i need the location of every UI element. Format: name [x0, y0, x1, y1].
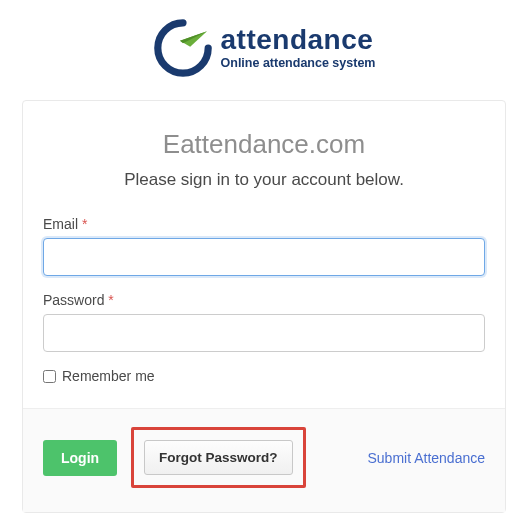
password-label: Password *	[43, 292, 485, 308]
logo-title: attendance	[221, 26, 376, 54]
card-footer: Login Forgot Password? Submit Attendance	[23, 408, 505, 512]
submit-attendance-link[interactable]: Submit Attendance	[367, 450, 485, 466]
email-label-text: Email	[43, 216, 78, 232]
email-field[interactable]	[43, 238, 485, 276]
password-field[interactable]	[43, 314, 485, 352]
login-card: Eattendance.com Please sign in to your a…	[22, 100, 506, 513]
logo-icon	[153, 18, 213, 78]
email-group: Email *	[43, 216, 485, 276]
signin-subhead: Please sign in to your account below.	[43, 170, 485, 190]
login-button[interactable]: Login	[43, 440, 117, 476]
email-label: Email *	[43, 216, 485, 232]
remember-row: Remember me	[43, 368, 485, 384]
password-group: Password *	[43, 292, 485, 352]
logo-subtitle: Online attendance system	[221, 56, 376, 70]
password-label-text: Password	[43, 292, 104, 308]
remember-label[interactable]: Remember me	[62, 368, 155, 384]
required-mark: *	[82, 216, 87, 232]
logo-header: attendance Online attendance system	[0, 0, 528, 90]
forgot-highlight-box: Forgot Password?	[131, 427, 306, 488]
site-title: Eattendance.com	[43, 129, 485, 160]
remember-checkbox[interactable]	[43, 370, 56, 383]
required-mark: *	[108, 292, 113, 308]
forgot-password-button[interactable]: Forgot Password?	[144, 440, 293, 475]
